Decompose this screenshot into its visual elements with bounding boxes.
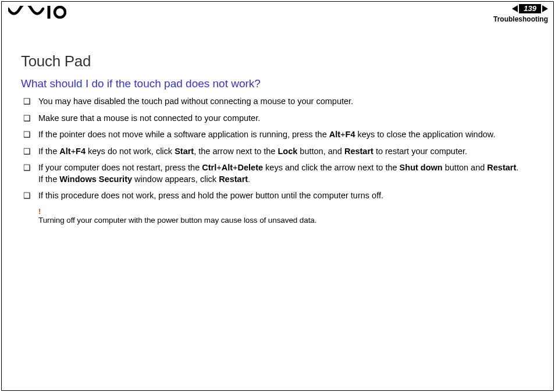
page-header: 139 Troubleshooting bbox=[493, 3, 548, 24]
vaio-logo-svg bbox=[8, 6, 66, 19]
page-title: Touch Pad bbox=[21, 52, 538, 70]
list-item: If the pointer does not move while a sof… bbox=[21, 129, 538, 141]
page-number: 139 bbox=[519, 4, 541, 13]
section-label: Troubleshooting bbox=[493, 15, 548, 23]
list-item: Make sure that a mouse is not connected … bbox=[21, 113, 538, 124]
list-item: If your computer does not restart, press… bbox=[21, 162, 538, 185]
list-item: If this procedure does not work, press a… bbox=[21, 190, 538, 202]
list-item: If the Alt+F4 keys do not work, click St… bbox=[21, 146, 538, 158]
nav-next-icon[interactable] bbox=[542, 5, 548, 12]
nav-prev-icon[interactable] bbox=[512, 5, 518, 12]
content-area: Touch Pad What should I do if the touch … bbox=[21, 52, 538, 224]
svg-point-1 bbox=[55, 7, 65, 17]
troubleshoot-list: You may have disabled the touch pad with… bbox=[21, 96, 538, 202]
list-item: You may have disabled the touch pad with… bbox=[21, 96, 538, 108]
page-subtitle: What should I do if the touch pad does n… bbox=[21, 77, 538, 90]
svg-rect-0 bbox=[48, 6, 51, 19]
warning-text: Turning off your computer with the power… bbox=[38, 216, 538, 224]
warning-mark: ! bbox=[38, 207, 538, 216]
vaio-logo bbox=[8, 6, 66, 21]
page-nav: 139 bbox=[512, 4, 548, 13]
